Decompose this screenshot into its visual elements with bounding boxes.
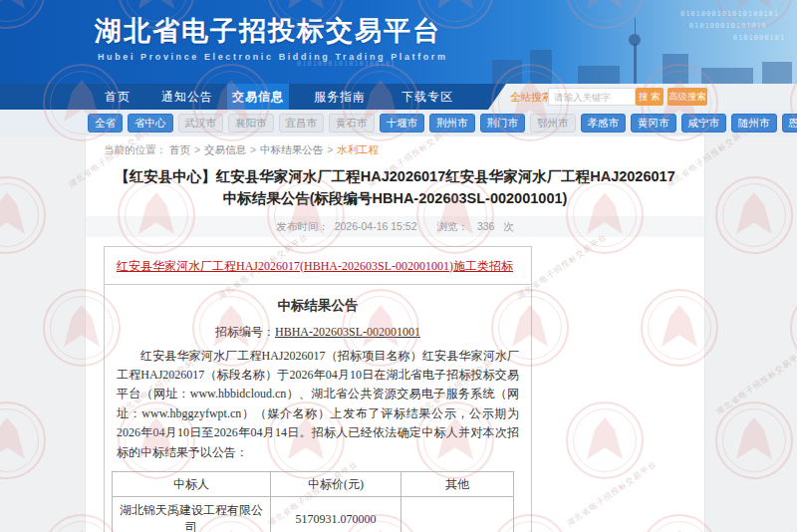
winning-price-cell: 5170931.070000: [271, 497, 401, 532]
search-button[interactable]: 搜 索: [636, 88, 664, 106]
binary-decoration: 010100010101010: [689, 22, 767, 30]
article-meta-bar: 发布时间：2026-04-16 15:52 浏览： 336 次: [86, 216, 704, 237]
building-silhouette: [663, 54, 688, 84]
table-row: 湖北锦天禹建设工程有限公司 5170931.070000: [113, 497, 514, 532]
breadcrumb-prefix: 当前的位置：: [104, 143, 166, 155]
winner-name-cell: 湖北锦天禹建设工程有限公司: [113, 497, 271, 532]
building-silhouette: [530, 50, 552, 84]
views-unit: 次: [503, 220, 514, 232]
text-watermark: 湖北省电子招投标交易平台: [714, 347, 797, 417]
publish-time-label: 发布时间：: [276, 220, 329, 232]
breadcrumb-result-notices[interactable]: 中标结果公告: [260, 143, 323, 155]
seal-watermark-icon: [0, 401, 46, 479]
other-cell: [401, 497, 514, 532]
notice-project-line: 红安县华家河水厂工程HAJ2026017(HBHA-202603SL-00200…: [105, 247, 531, 285]
binary-decoration: 0101000101010100101: [680, 10, 779, 18]
notice-body-paragraph: 红安县华家河水厂工程HAJ2026017（招标项目名称）红安县华家河水厂工程HA…: [117, 347, 519, 463]
search-input[interactable]: [548, 88, 636, 106]
seal-watermark-icon: [790, 514, 797, 532]
bid-number-label: 招标编号：: [215, 325, 275, 339]
breadcrumb-trading-info[interactable]: 交易信息: [204, 143, 246, 155]
region-tag: 黄石市: [329, 114, 375, 133]
seal-watermark-icon: [790, 289, 797, 367]
site-search: 全站搜索: 搜 索 高级搜索: [506, 84, 797, 110]
region-tag[interactable]: 随州市: [731, 114, 777, 133]
building-silhouette: [492, 60, 522, 84]
region-tag[interactable]: 省中心: [128, 114, 173, 133]
publish-time-value: 2026-04-16 15:52: [335, 220, 417, 232]
region-tag: 宜昌市: [279, 114, 325, 133]
region-tag: 襄阳市: [228, 114, 274, 133]
breadcrumb-home[interactable]: 首页: [169, 143, 190, 155]
region-tag[interactable]: 咸宁市: [681, 114, 727, 133]
region-tag[interactable]: 荆州市: [429, 114, 475, 133]
site-title: 湖北省电子招投标交易平台: [95, 13, 441, 49]
region-tag[interactable]: 十堰市: [380, 114, 425, 133]
breadcrumb: 当前的位置： 首页>交易信息>中标结果公告>水利工程: [86, 136, 704, 157]
page: 0101000101010100101 010100010101010 0101…: [0, 0, 797, 532]
region-tag[interactable]: 黄冈市: [631, 114, 676, 133]
building-silhouette: [578, 66, 620, 84]
notice-title: 中标结果公告: [105, 297, 531, 315]
award-result-table: 中标人 中标价(元) 其他 湖北锦天禹建设工程有限公司 5170931.0700…: [112, 471, 514, 532]
nav-item-downloads[interactable]: 下载专区: [385, 84, 470, 110]
main-nav: 首页 通知公告 交易信息 服务指南 下载专区 全站搜索: 搜 索 高级搜索: [0, 84, 797, 110]
region-tag[interactable]: 恩施州: [782, 114, 797, 133]
col-header-other: 其他: [401, 472, 514, 497]
tv-tower-icon: [634, 44, 637, 84]
tv-tower-icon: [635, 18, 636, 34]
col-header-price: 中标价(元): [271, 472, 401, 497]
breadcrumb-water-projects[interactable]: 水利工程: [337, 143, 379, 155]
article-title: 【红安县中心】红安县华家河水厂工程HAJ2026017红安县华家河水厂工程HAJ…: [113, 166, 678, 210]
col-header-winner: 中标人: [113, 472, 271, 497]
site-header: 0101000101010100101 010100010101010 0101…: [0, 0, 797, 84]
advanced-search-button[interactable]: 高级搜索: [667, 88, 707, 106]
building-silhouette: [701, 68, 753, 84]
nav-item-trading-info[interactable]: 交易信息: [227, 84, 289, 110]
nav-item-home[interactable]: 首页: [88, 84, 147, 110]
region-tag[interactable]: 孝感市: [581, 114, 627, 133]
binary-decoration: 0101000101: [733, 34, 785, 42]
region-tag[interactable]: 荆门市: [480, 114, 526, 133]
tv-tower-icon: [629, 34, 641, 46]
seal-watermark-icon: [0, 176, 46, 254]
bid-number-line: 招标编号：HBHA-202603SL-002001001: [105, 324, 531, 341]
seal-watermark-icon: [715, 401, 793, 479]
building-silhouette: [762, 62, 792, 84]
nav-item-service-guide[interactable]: 服务指南: [295, 84, 385, 110]
region-tag: 鄂州市: [530, 114, 576, 133]
seal-watermark-icon: [715, 176, 793, 254]
region-tag: 武汉市: [178, 114, 224, 133]
views-count: 336: [477, 220, 495, 232]
views-label: 浏览：: [436, 220, 468, 232]
notice-document: 红安县华家河水厂工程HAJ2026017(HBHA-202603SL-00200…: [104, 246, 532, 532]
site-subtitle-en: Hubei Province Electronic Bidding Tradin…: [98, 52, 448, 62]
nav-item-notices[interactable]: 通知公告: [147, 84, 227, 110]
bid-number-value: HBHA-202603SL-002001001: [275, 325, 420, 339]
table-header-row: 中标人 中标价(元) 其他: [113, 472, 514, 497]
content-card: 当前的位置： 首页>交易信息>中标结果公告>水利工程 【红安县中心】红安县华家河…: [85, 136, 705, 532]
region-filter-bar: 全省 省中心 武汉市 襄阳市 宜昌市 黄石市 十堰市 荆州市 荆门市 鄂州市 孝…: [0, 110, 797, 136]
region-tag[interactable]: 全省: [88, 114, 123, 133]
